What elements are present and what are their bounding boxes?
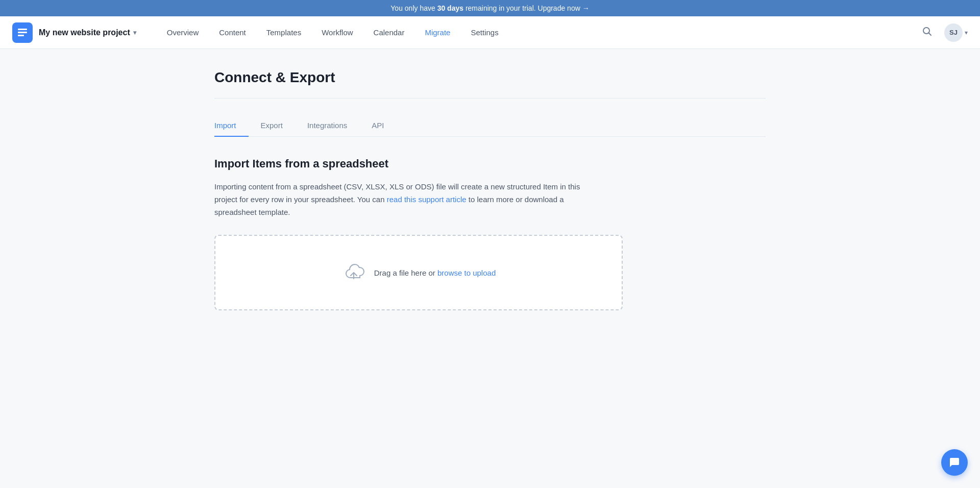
trial-text: You only have 30 days remaining in your … xyxy=(390,4,589,12)
trial-banner: You only have 30 days remaining in your … xyxy=(0,0,980,16)
nav-brand[interactable]: My new website project ▾ xyxy=(12,22,136,43)
svg-line-4 xyxy=(929,33,932,36)
tab-export[interactable]: Export xyxy=(249,115,295,137)
tab-import[interactable]: Import xyxy=(214,115,249,137)
import-section-description: Importing content from a spreadsheet (CS… xyxy=(214,181,602,218)
import-section-title: Import Items from a spreadsheet xyxy=(214,157,766,170)
svg-rect-0 xyxy=(18,29,27,30)
drop-zone-text: Drag a file here or browse to upload xyxy=(374,269,496,277)
avatar-dropdown-chevron: ▾ xyxy=(965,29,968,36)
nav-link-overview[interactable]: Overview xyxy=(157,16,209,49)
page-title: Connect & Export xyxy=(214,69,766,86)
svg-rect-2 xyxy=(18,35,24,36)
page-divider xyxy=(214,98,766,99)
user-avatar-wrapper[interactable]: SJ ▾ xyxy=(944,23,968,42)
nav-link-settings[interactable]: Settings xyxy=(460,16,508,49)
file-drop-zone[interactable]: Drag a file here or browse to upload xyxy=(214,235,623,310)
svg-rect-1 xyxy=(18,32,27,33)
top-nav: My new website project ▾ Overview Conten… xyxy=(0,16,980,49)
search-icon xyxy=(922,26,932,36)
nav-link-templates[interactable]: Templates xyxy=(256,16,311,49)
tab-integrations[interactable]: Integrations xyxy=(295,115,359,137)
search-button[interactable] xyxy=(918,22,936,43)
tabs: Import Export Integrations API xyxy=(214,115,766,137)
nav-link-calendar[interactable]: Calendar xyxy=(363,16,415,49)
project-name[interactable]: My new website project ▾ xyxy=(39,28,136,37)
browse-upload-link[interactable]: browse to upload xyxy=(437,269,496,277)
support-article-link[interactable]: read this support article xyxy=(387,195,467,204)
nav-link-migrate[interactable]: Migrate xyxy=(414,16,460,49)
app-logo xyxy=(12,22,33,43)
nav-links: Overview Content Templates Workflow Cale… xyxy=(157,16,918,49)
import-section: Import Items from a spreadsheet Importin… xyxy=(214,157,766,310)
nav-actions: SJ ▾ xyxy=(918,22,968,43)
tab-api[interactable]: API xyxy=(359,115,396,137)
user-avatar: SJ xyxy=(944,23,963,42)
nav-link-content[interactable]: Content xyxy=(209,16,256,49)
cloud-upload-icon xyxy=(341,260,366,285)
nav-link-workflow[interactable]: Workflow xyxy=(311,16,363,49)
page-content: Connect & Export Import Export Integrati… xyxy=(184,49,796,331)
project-dropdown-chevron: ▾ xyxy=(133,29,136,36)
